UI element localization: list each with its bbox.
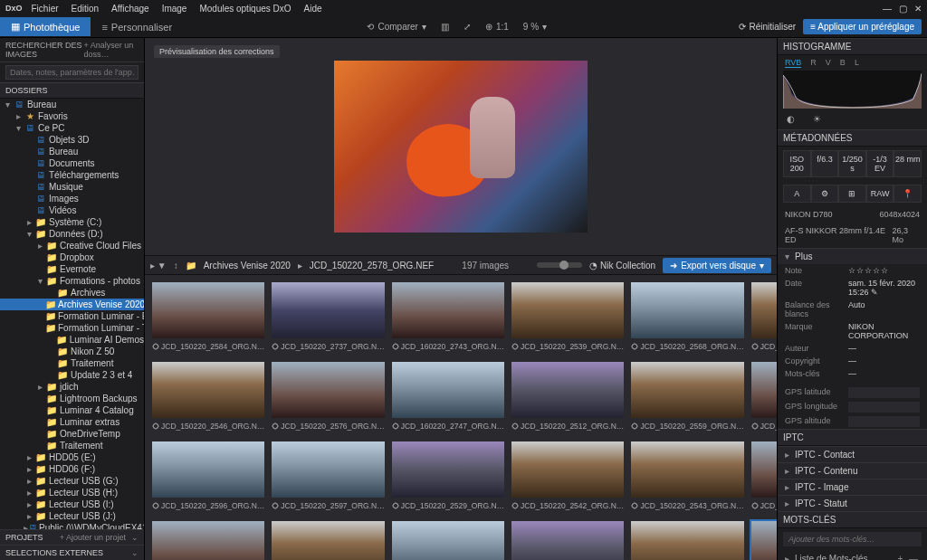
thumbnail[interactable]: 🞇JCD_150220_2543_ORG.N… [631,441,743,514]
external-selections-header[interactable]: SELECTIONS EXTERNES ⌄ [0,545,144,560]
chevron-down-icon[interactable]: ⌄ [131,533,139,542]
thumbnail[interactable]: 🞇JCD_150220_2529_ORG.N… [392,441,504,514]
tree-node[interactable]: ▾🖥Ce PC [0,122,144,134]
histogram-tab[interactable]: RVB [785,58,801,68]
view-fit-button[interactable]: ⤢ [456,19,478,34]
menu-item[interactable]: Affichage [111,4,149,14]
thumbnail[interactable]: 🞇JCD_150220_2568_ORG.N… [631,282,743,355]
thumbnail-image[interactable] [751,521,777,560]
nik-collection-button[interactable]: ◔ Nik Collection [589,261,655,271]
menu-item[interactable]: Edition [72,4,100,14]
tree-node[interactable]: 🖥Bureau [0,146,144,157]
keyword-list-row[interactable]: ▸ Liste de Mots-clés + — [778,550,927,560]
tree-node[interactable]: 📁Archives [0,287,144,299]
expander-icon[interactable]: ▾ [2,100,13,109]
tree-node[interactable]: ▸📁Creative Cloud Files [0,240,144,252]
thumbnail-image[interactable] [751,282,777,338]
expander-icon[interactable]: ▸ [24,488,34,498]
thumbnail[interactable]: 🞇JCD_150220_2737_ORG.N… [272,282,384,355]
tree-node[interactable]: ▸📁Système (C:) [0,216,144,228]
thumbnail-image[interactable] [272,362,384,418]
thumbnail-image[interactable] [152,362,264,418]
plus-row[interactable]: ▾Plus [778,248,927,264]
preview-area[interactable]: Prévisualisation des corrections [145,38,777,255]
histogram-tab[interactable]: B [840,58,846,68]
add-project-button[interactable]: + Ajouter un projet [60,533,126,542]
zoom-11-button[interactable]: ⊕1:1 [478,19,516,34]
tab-library[interactable]: ▦Photothèque [0,17,91,36]
histogram-tabs[interactable]: RVBRVBL [778,55,927,71]
thumbnail[interactable] [392,521,504,560]
reset-button[interactable]: ⟳Réinitialiser [731,19,804,34]
thumbnail[interactable]: 🞇JCD_150220_2559_ORG.N… [631,362,743,434]
thumbnail-image[interactable] [392,521,504,560]
tree-node[interactable]: ▸📁HDD05 (E:) [0,451,144,463]
thumbnail[interactable]: 🞇JCD_150220_2548_ORG.N… [751,441,777,514]
thumbnail[interactable] [511,521,624,560]
thumbnail-image[interactable] [392,362,504,418]
thumbnail-size-slider[interactable] [537,262,582,268]
menu-item[interactable]: Image [162,4,187,14]
menu-item[interactable]: Fichier [32,4,59,14]
thumbnail-image[interactable] [272,521,384,560]
search-input[interactable] [5,65,139,80]
tree-node[interactable]: ▾🖥Bureau [0,99,144,110]
thumbnail-image[interactable] [751,441,777,498]
thumbnail[interactable]: 🞇JCD_150220_2596_ORG.N… [152,441,264,514]
thumbnail-image[interactable] [392,282,504,338]
tree-node[interactable]: 📁Update 2 3 et 4 [0,369,144,381]
tab-customize[interactable]: ≡Personnaliser [91,18,183,36]
thumbnail[interactable] [272,521,384,560]
tree-node[interactable]: 📁Traitement [0,357,144,369]
thumbnail-image[interactable] [631,362,743,418]
chevron-down-icon[interactable]: ⌄ [131,548,139,557]
thumbnail[interactable] [751,521,777,560]
filter-icon[interactable]: ▸ ▼ [150,261,167,271]
expander-icon[interactable]: ▸ [34,382,45,392]
thumbnail-image[interactable] [511,282,624,338]
expander-icon[interactable]: ▸ [24,499,34,509]
expander-icon[interactable]: ▸ [34,241,45,251]
thumbnail[interactable]: 🞇JCD_150220_2576_ORG.N… [272,362,384,434]
tree-node[interactable]: 🖥Documents [0,157,144,169]
thumbnail-image[interactable] [272,441,384,498]
expander-icon[interactable]: ▸ [24,511,34,521]
expander-icon[interactable]: ▾ [24,229,34,239]
histogram-tab[interactable]: L [855,58,859,68]
tree-node[interactable]: ▸📁Lecteur USB (G:) [0,475,144,487]
tree-node[interactable]: 🖥Vidéos [0,204,144,216]
folder-tree[interactable]: ▾🖥Bureau▸★Favoris▾🖥Ce PC 🖥Objets 3D 🖥Bur… [0,99,144,529]
tree-node[interactable]: 📁Luminar extras [0,416,144,428]
expander-icon[interactable]: ▸ [24,217,34,227]
zoom-level[interactable]: 9 %▾ [516,19,554,34]
sort-icon[interactable]: ↕ [174,261,178,271]
tree-node[interactable]: ▸🖥Public (\\WDMyCloudEX4100) (X:) [0,522,144,529]
iptc-section[interactable]: ▸IPTC - Contact [778,446,927,462]
tree-node[interactable]: ▾📁Formations - photos [0,275,144,287]
tree-node[interactable]: ▸📁Lecteur USB (H:) [0,487,144,498]
expander-icon[interactable]: ▾ [34,276,45,286]
thumbnail[interactable]: 🞇JCD_150220_2573_ORG.N… [751,282,777,355]
thumbnail[interactable]: 🞇JCD_150220_2512_ORG.N… [511,362,624,434]
tree-node[interactable]: ▸📁jdich [0,381,144,393]
thumbnail[interactable]: 🞇JCD_150220_2584_ORG.N… [152,282,264,355]
meta-value[interactable] [848,416,920,427]
tree-node[interactable]: ▸★Favoris [0,110,144,122]
apply-preset-button[interactable]: ≡ Appliquer un préréglage [803,19,922,34]
histogram-tab[interactable]: R [810,58,817,68]
export-button[interactable]: ➜Export vers disque▾ [663,258,771,273]
tree-node[interactable]: 📁Luminar AI Demos [0,334,144,346]
tree-node[interactable]: 📁Luminar 4 Catalog [0,404,144,416]
breadcrumb-folder[interactable]: Archives Venise 2020 [204,261,291,271]
iptc-section[interactable]: ▸IPTC - Image [778,479,927,495]
thumbnail-image[interactable] [511,362,624,418]
thumbnail-image[interactable] [152,521,264,560]
expander-icon[interactable]: ▸ [24,452,34,462]
tree-node[interactable]: 🖥Images [0,193,144,204]
thumbnail[interactable]: 🞇JCD_150220_2539_ORG.N… [511,282,624,355]
tree-node[interactable]: 📁Dropbox [0,252,144,263]
minimize-icon[interactable]: — [883,4,892,14]
tree-node[interactable]: 📁OneDriveTemp [0,428,144,440]
thumbnail[interactable]: 🞇JCD_150220_2546_ORG.N… [152,362,264,434]
thumbnail-image[interactable] [152,441,264,498]
